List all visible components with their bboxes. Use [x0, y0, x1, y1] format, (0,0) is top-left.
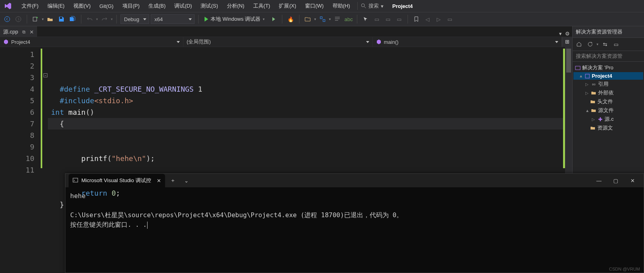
- console-line: C:\Users\杜星昊\source\repos\Project4\x64\D…: [70, 211, 403, 219]
- sol-sync-button[interactable]: ⇆: [600, 39, 610, 49]
- save-all-button[interactable]: [68, 14, 77, 24]
- menu-help[interactable]: 帮助(H): [329, 1, 354, 11]
- folder-icon: [590, 125, 596, 131]
- solution-search-input[interactable]: 搜索解决方案资源管: [573, 51, 644, 62]
- tb-icon-1[interactable]: ▭: [372, 14, 382, 24]
- sol-refresh-button[interactable]: [585, 39, 595, 49]
- tb-icon-2[interactable]: ▭: [383, 14, 393, 24]
- menu-bar: 文件(F) 编辑(E) 视图(V) Git(G) 项目(P) 生成(B) 调试(…: [0, 0, 644, 12]
- class-view-button[interactable]: [318, 14, 327, 24]
- solution-tree: 解决方案 'Pro ▲ Project4 ▷ ▫▫ 引用 ▷ 外部依 头文件: [573, 62, 644, 134]
- expand-icon[interactable]: ▷: [585, 82, 589, 86]
- start-debug-button[interactable]: 本地 Windows 调试器 ▾: [202, 14, 267, 24]
- chevron-down-icon[interactable]: ▾: [329, 17, 331, 21]
- tree-external-deps[interactable]: ▷ 外部依: [573, 88, 643, 97]
- chevron-down-icon[interactable]: ▾: [111, 17, 113, 21]
- menu-view[interactable]: 视图(V): [69, 1, 95, 11]
- menu-window[interactable]: 窗口(W): [301, 1, 328, 11]
- sol-home-button[interactable]: [574, 39, 584, 49]
- expand-icon[interactable]: ▲: [585, 108, 589, 113]
- chevron-down-icon[interactable]: ▾: [597, 42, 599, 46]
- menu-debug[interactable]: 调试(D): [170, 1, 196, 11]
- comment-button[interactable]: [333, 14, 342, 24]
- menu-build[interactable]: 生成(B): [144, 1, 169, 11]
- file-tab-active[interactable]: 源.cpp ⧉ ✕: [0, 26, 37, 37]
- tree-solution-root[interactable]: 解决方案 'Pro: [573, 63, 643, 72]
- tree-label: 资源文: [597, 124, 613, 132]
- cpp-file-icon: ✚: [597, 116, 603, 122]
- project-icon: [3, 39, 9, 45]
- menu-edit[interactable]: 编辑(E): [43, 1, 69, 11]
- project-title: Project4: [392, 3, 413, 9]
- open-button[interactable]: [45, 14, 55, 24]
- find-in-files-button[interactable]: [303, 14, 313, 24]
- new-item-button[interactable]: [31, 14, 40, 24]
- tree-resource-files[interactable]: 资源文: [573, 124, 643, 132]
- tree-source-files[interactable]: ▲ 源文件: [573, 106, 643, 115]
- svg-rect-8: [575, 66, 580, 70]
- menu-analyze[interactable]: 分析(N): [223, 1, 248, 11]
- hot-reload-button[interactable]: 🔥: [286, 14, 295, 24]
- project-icon: [585, 73, 590, 79]
- nav-forward-button[interactable]: [14, 14, 23, 24]
- expand-icon[interactable]: ▷: [592, 117, 596, 122]
- fold-toggle[interactable]: [43, 73, 47, 77]
- chevron-down-icon[interactable]: ▾: [96, 17, 98, 21]
- separator: [357, 15, 357, 24]
- tree-label: 头文件: [597, 98, 613, 105]
- nav-back-button[interactable]: [2, 14, 12, 24]
- search-label: 搜索: [368, 2, 379, 10]
- bookmark-prev-button[interactable]: ◁: [423, 14, 432, 24]
- maximize-button[interactable]: ▢: [608, 175, 624, 186]
- console-line: 按任意键关闭此窗口. . .: [70, 221, 147, 228]
- start-without-debug-button[interactable]: [269, 14, 278, 24]
- tab-overflow-button[interactable]: ▾: [559, 31, 562, 37]
- minimize-button[interactable]: —: [591, 175, 607, 186]
- tree-references[interactable]: ▷ ▫▫ 引用: [573, 80, 643, 88]
- menu-test[interactable]: 测试(S): [197, 1, 222, 11]
- separator: [198, 15, 199, 24]
- undo-button[interactable]: [85, 14, 95, 24]
- pin-icon[interactable]: ⧉: [22, 29, 26, 35]
- bookmark-clear-button[interactable]: ▭: [445, 14, 455, 24]
- close-tab-button[interactable]: ✕: [30, 29, 34, 35]
- cursor-button[interactable]: [361, 14, 370, 24]
- chevron-down-icon[interactable]: ▾: [42, 17, 44, 21]
- folder-icon: [591, 90, 597, 96]
- chevron-down-icon[interactable]: ▾: [263, 17, 265, 21]
- menu-tools[interactable]: 工具(T): [249, 1, 274, 11]
- expand-icon[interactable]: ▲: [579, 74, 583, 78]
- watermark: CSDN @VRUM: [609, 267, 640, 271]
- nav-scope-dropdown[interactable]: (全局范围): [183, 37, 373, 47]
- bookmark-button[interactable]: [412, 14, 421, 24]
- menu-project[interactable]: 项目(P): [118, 1, 144, 11]
- chevron-down-icon[interactable]: ▾: [314, 17, 316, 21]
- solution-config-dropdown[interactable]: Debug: [120, 14, 149, 24]
- svg-point-2: [5, 17, 10, 22]
- tab-settings-button[interactable]: ⚙: [565, 31, 570, 37]
- menu-extensions[interactable]: 扩展(X): [275, 1, 300, 11]
- editor-margin: [40, 47, 48, 273]
- uncomment-button[interactable]: abc: [344, 14, 353, 24]
- tree-header-files[interactable]: 头文件: [573, 97, 643, 106]
- redo-button[interactable]: [100, 14, 109, 24]
- menu-file[interactable]: 文件(F): [18, 1, 43, 11]
- tree-label: 解决方案 'Pro: [582, 64, 613, 71]
- solution-platform-dropdown[interactable]: x64: [151, 14, 195, 24]
- sol-collapse-button[interactable]: ▭: [611, 39, 621, 49]
- menu-git[interactable]: Git(G): [95, 2, 117, 11]
- tree-project[interactable]: ▲ Project4: [573, 72, 643, 80]
- svg-point-3: [16, 17, 21, 22]
- search-box[interactable]: 搜索 ▾: [361, 2, 384, 10]
- scroll-thumb[interactable]: [566, 49, 571, 73]
- bookmark-next-button[interactable]: ▷: [434, 14, 443, 24]
- save-button[interactable]: [57, 14, 66, 24]
- nav-member-dropdown[interactable]: main(): [373, 37, 562, 47]
- svg-rect-6: [320, 17, 322, 19]
- tree-source-file[interactable]: ▷ ✚ 源.c: [573, 115, 643, 124]
- split-button[interactable]: ⊞: [562, 37, 572, 47]
- tb-icon-3[interactable]: ▭: [394, 14, 404, 24]
- expand-icon[interactable]: ▷: [585, 91, 589, 95]
- close-button[interactable]: ✕: [624, 175, 640, 186]
- nav-project-dropdown[interactable]: Project4: [0, 37, 183, 47]
